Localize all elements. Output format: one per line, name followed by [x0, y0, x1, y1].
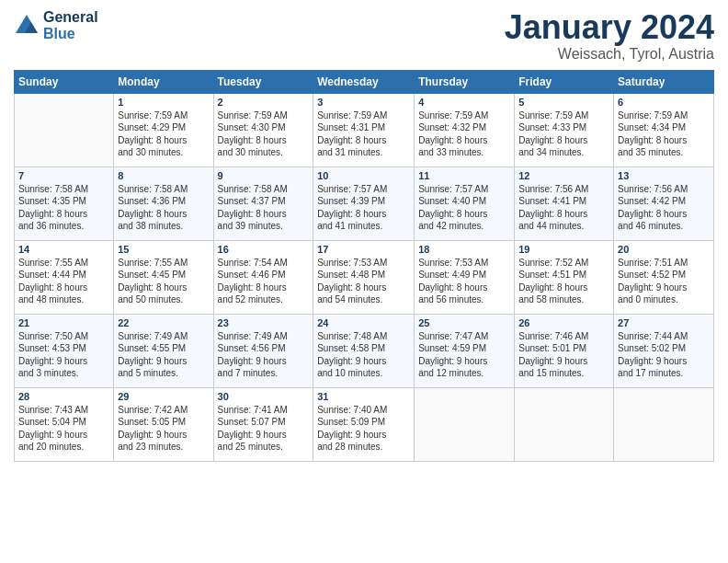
days-header-row: SundayMondayTuesdayWednesdayThursdayFrid… [15, 70, 714, 93]
day-number: 1 [118, 97, 209, 108]
week-row-4: 21Sunrise: 7:50 AMSunset: 4:53 PMDayligh… [15, 314, 714, 387]
day-info: Sunrise: 7:57 AMSunset: 4:40 PMDaylight:… [418, 183, 510, 233]
day-info: Sunrise: 7:52 AMSunset: 4:51 PMDaylight:… [518, 257, 609, 306]
day-info: Sunrise: 7:50 AMSunset: 4:53 PMDaylight:… [18, 330, 109, 380]
day-number: 20 [618, 244, 710, 255]
calendar-cell: 11Sunrise: 7:57 AMSunset: 4:40 PMDayligh… [415, 167, 515, 240]
day-number: 12 [518, 170, 609, 181]
calendar-cell: 4Sunrise: 7:59 AMSunset: 4:32 PMDaylight… [415, 93, 515, 167]
day-number: 14 [18, 244, 109, 255]
day-info: Sunrise: 7:56 AMSunset: 4:41 PMDaylight:… [518, 183, 609, 233]
day-info: Sunrise: 7:55 AMSunset: 4:45 PMDaylight:… [118, 257, 209, 306]
day-number: 17 [317, 244, 410, 255]
calendar-cell: 3Sunrise: 7:59 AMSunset: 4:31 PMDaylight… [313, 93, 415, 167]
logo-text-blue: Blue [43, 26, 98, 42]
calendar-container: General Blue January 2024 Weissach, Tyro… [0, 0, 728, 563]
calendar-body: 1Sunrise: 7:59 AMSunset: 4:29 PMDaylight… [15, 93, 714, 461]
calendar-table: SundayMondayTuesdayWednesdayThursdayFrid… [14, 70, 714, 462]
day-info: Sunrise: 7:59 AMSunset: 4:29 PMDaylight:… [118, 109, 209, 159]
day-number: 25 [418, 317, 510, 328]
day-info: Sunrise: 7:51 AMSunset: 4:52 PMDaylight:… [618, 257, 710, 306]
logo-text-general: General [43, 9, 98, 26]
day-info: Sunrise: 7:59 AMSunset: 4:30 PMDaylight:… [218, 109, 310, 159]
calendar-cell: 8Sunrise: 7:58 AMSunset: 4:36 PMDaylight… [114, 167, 213, 240]
day-number: 31 [317, 391, 410, 402]
calendar-cell: 24Sunrise: 7:48 AMSunset: 4:58 PMDayligh… [313, 314, 415, 387]
day-number: 22 [118, 317, 209, 328]
calendar-cell [415, 387, 515, 461]
calendar-cell: 29Sunrise: 7:42 AMSunset: 5:05 PMDayligh… [114, 387, 213, 461]
day-info: Sunrise: 7:57 AMSunset: 4:39 PMDaylight:… [317, 183, 410, 233]
calendar-cell [15, 93, 114, 167]
calendar-cell: 19Sunrise: 7:52 AMSunset: 4:51 PMDayligh… [515, 240, 614, 314]
calendar-cell: 17Sunrise: 7:53 AMSunset: 4:48 PMDayligh… [313, 240, 415, 314]
day-number: 29 [118, 391, 209, 402]
day-info: Sunrise: 7:53 AMSunset: 4:49 PMDaylight:… [418, 257, 510, 306]
calendar-cell: 28Sunrise: 7:43 AMSunset: 5:04 PMDayligh… [15, 387, 114, 461]
calendar-cell: 22Sunrise: 7:49 AMSunset: 4:55 PMDayligh… [114, 314, 213, 387]
day-number: 30 [218, 391, 310, 402]
day-number: 21 [18, 317, 109, 328]
day-info: Sunrise: 7:44 AMSunset: 5:02 PMDaylight:… [618, 330, 710, 380]
day-header-sunday: Sunday [15, 70, 114, 93]
calendar-cell: 18Sunrise: 7:53 AMSunset: 4:49 PMDayligh… [415, 240, 515, 314]
week-row-2: 7Sunrise: 7:58 AMSunset: 4:35 PMDaylight… [15, 167, 714, 240]
day-info: Sunrise: 7:49 AMSunset: 4:55 PMDaylight:… [118, 330, 209, 380]
day-info: Sunrise: 7:53 AMSunset: 4:48 PMDaylight:… [317, 257, 410, 306]
calendar-cell: 10Sunrise: 7:57 AMSunset: 4:39 PMDayligh… [313, 167, 415, 240]
day-header-monday: Monday [114, 70, 213, 93]
day-info: Sunrise: 7:59 AMSunset: 4:31 PMDaylight:… [317, 109, 410, 159]
title-block: January 2024 Weissach, Tyrol, Austria [505, 9, 714, 63]
day-header-saturday: Saturday [614, 70, 714, 93]
calendar-cell: 1Sunrise: 7:59 AMSunset: 4:29 PMDaylight… [114, 93, 213, 167]
day-number: 7 [18, 170, 109, 181]
calendar-cell: 23Sunrise: 7:49 AMSunset: 4:56 PMDayligh… [213, 314, 313, 387]
calendar-cell: 2Sunrise: 7:59 AMSunset: 4:30 PMDaylight… [213, 93, 313, 167]
calendar-cell: 9Sunrise: 7:58 AMSunset: 4:37 PMDaylight… [213, 167, 313, 240]
day-info: Sunrise: 7:49 AMSunset: 4:56 PMDaylight:… [218, 330, 310, 380]
day-info: Sunrise: 7:58 AMSunset: 4:36 PMDaylight:… [118, 183, 209, 233]
calendar-cell: 26Sunrise: 7:46 AMSunset: 5:01 PMDayligh… [515, 314, 614, 387]
day-info: Sunrise: 7:55 AMSunset: 4:44 PMDaylight:… [18, 257, 109, 306]
calendar-cell: 13Sunrise: 7:56 AMSunset: 4:42 PMDayligh… [614, 167, 714, 240]
day-number: 27 [618, 317, 710, 328]
calendar-cell: 16Sunrise: 7:54 AMSunset: 4:46 PMDayligh… [213, 240, 313, 314]
day-number: 8 [118, 170, 209, 181]
location-title: Weissach, Tyrol, Austria [505, 46, 714, 63]
day-info: Sunrise: 7:43 AMSunset: 5:04 PMDaylight:… [18, 404, 109, 454]
logo: General Blue [14, 9, 98, 41]
calendar-cell: 30Sunrise: 7:41 AMSunset: 5:07 PMDayligh… [213, 387, 313, 461]
day-info: Sunrise: 7:59 AMSunset: 4:33 PMDaylight:… [518, 109, 609, 159]
day-number: 28 [18, 391, 109, 402]
day-info: Sunrise: 7:58 AMSunset: 4:35 PMDaylight:… [18, 183, 109, 233]
day-number: 2 [218, 97, 310, 108]
calendar-cell: 15Sunrise: 7:55 AMSunset: 4:45 PMDayligh… [114, 240, 213, 314]
day-number: 26 [518, 317, 609, 328]
week-row-1: 1Sunrise: 7:59 AMSunset: 4:29 PMDaylight… [15, 93, 714, 167]
day-number: 13 [618, 170, 710, 181]
day-number: 9 [218, 170, 310, 181]
day-info: Sunrise: 7:56 AMSunset: 4:42 PMDaylight:… [618, 183, 710, 233]
day-info: Sunrise: 7:59 AMSunset: 4:34 PMDaylight:… [618, 109, 710, 159]
day-number: 6 [618, 97, 710, 108]
day-number: 18 [418, 244, 510, 255]
header-row: General Blue January 2024 Weissach, Tyro… [14, 9, 714, 63]
day-number: 5 [518, 97, 609, 108]
day-info: Sunrise: 7:58 AMSunset: 4:37 PMDaylight:… [218, 183, 310, 233]
day-number: 10 [317, 170, 410, 181]
day-header-thursday: Thursday [415, 70, 515, 93]
calendar-cell: 25Sunrise: 7:47 AMSunset: 4:59 PMDayligh… [415, 314, 515, 387]
day-number: 24 [317, 317, 410, 328]
day-number: 19 [518, 244, 609, 255]
calendar-cell [515, 387, 614, 461]
calendar-cell: 27Sunrise: 7:44 AMSunset: 5:02 PMDayligh… [614, 314, 714, 387]
month-title: January 2024 [505, 9, 714, 46]
day-header-friday: Friday [515, 70, 614, 93]
day-header-wednesday: Wednesday [313, 70, 415, 93]
day-info: Sunrise: 7:46 AMSunset: 5:01 PMDaylight:… [518, 330, 609, 380]
day-header-tuesday: Tuesday [213, 70, 313, 93]
day-number: 16 [218, 244, 310, 255]
calendar-cell: 20Sunrise: 7:51 AMSunset: 4:52 PMDayligh… [614, 240, 714, 314]
day-info: Sunrise: 7:48 AMSunset: 4:58 PMDaylight:… [317, 330, 410, 380]
day-info: Sunrise: 7:42 AMSunset: 5:05 PMDaylight:… [118, 404, 209, 454]
